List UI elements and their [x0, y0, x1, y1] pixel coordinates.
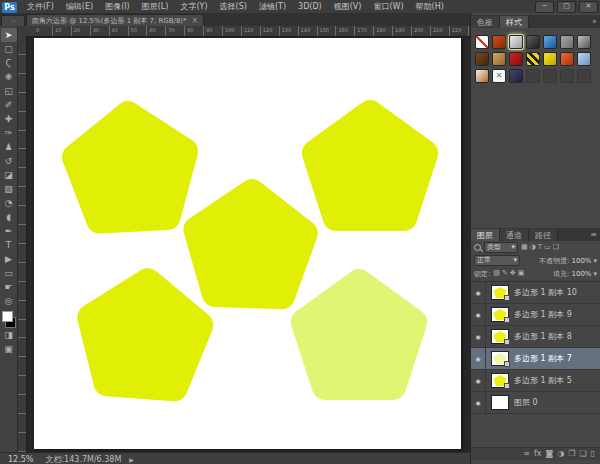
blur-tool-icon[interactable]: ◔	[1, 196, 17, 210]
layer-row-2[interactable]: ◉多边形 1 副本 9	[471, 304, 600, 326]
menu-select[interactable]: 选择(S)	[214, 0, 253, 13]
crop-tool-icon[interactable]: ◱	[1, 84, 17, 98]
lock-position-icon[interactable]: ✥	[509, 268, 517, 279]
foreground-color-swatch[interactable]	[2, 311, 13, 322]
layers-tab-channels[interactable]: 通道	[500, 229, 529, 241]
layer-filter-type-select[interactable]: 类型 ▾	[484, 242, 518, 253]
menu-view[interactable]: 视图(V)	[328, 0, 368, 13]
collapse-dock-icon[interactable]: »	[589, 16, 600, 28]
link-layers-icon[interactable]: ∞	[523, 448, 530, 460]
menu-file[interactable]: 文件(F)	[21, 0, 60, 13]
styles-tab-styles[interactable]: 样式	[500, 16, 529, 28]
style-swatch-2-3[interactable]	[509, 52, 523, 66]
layer-thumbnail[interactable]	[491, 351, 509, 366]
gradient-tool-icon[interactable]: ▧	[1, 182, 17, 196]
style-swatch-1-2[interactable]	[492, 35, 506, 49]
layer-row-3[interactable]: ◉多边形 1 副本 8	[471, 326, 600, 348]
close-document-icon[interactable]: ×	[192, 16, 199, 26]
layers-tab-layers[interactable]: 图层	[471, 229, 500, 241]
layer-row-6[interactable]: ◉图层 0	[471, 392, 600, 414]
style-swatch-3-4[interactable]	[526, 69, 540, 83]
path-selection-tool-icon[interactable]: ▶	[1, 252, 17, 266]
opacity-value[interactable]: 100%	[571, 257, 591, 265]
menu-filter[interactable]: 滤镜(T)	[253, 0, 292, 13]
new-layer-icon[interactable]: ❏	[579, 448, 586, 460]
menu-edit[interactable]: 编辑(E)	[60, 0, 99, 13]
style-swatch-3-5[interactable]	[543, 69, 557, 83]
visibility-toggle[interactable]: ◉	[471, 348, 486, 369]
eyedropper-tool-icon[interactable]: ✐	[1, 98, 17, 112]
style-swatch-2-7[interactable]	[577, 52, 591, 66]
style-swatch-1-1[interactable]	[475, 35, 489, 49]
layer-row-1[interactable]: ◉多边形 1 副本 10	[471, 282, 600, 304]
new-group-icon[interactable]: ❐	[568, 448, 575, 460]
layer-thumbnail[interactable]	[491, 285, 509, 300]
style-swatch-1-7[interactable]	[577, 35, 591, 49]
spot-healing-tool-icon[interactable]: ✚	[1, 112, 17, 126]
dodge-tool-icon[interactable]: ◖	[1, 210, 17, 224]
style-swatch-3-2[interactable]: ✕	[492, 69, 506, 83]
layer-thumbnail[interactable]	[491, 329, 509, 344]
style-swatch-1-4[interactable]	[526, 35, 540, 49]
styles-tab-swatches[interactable]: 色板	[471, 16, 500, 28]
menu-type[interactable]: 文字(Y)	[174, 0, 213, 13]
blend-mode-select[interactable]: 正常 ▾	[474, 255, 520, 266]
fill-value[interactable]: 100%	[571, 270, 591, 278]
filter-shape-layers-icon[interactable]: ▭	[543, 242, 552, 253]
menu-help[interactable]: 帮助(H)	[410, 0, 450, 13]
clone-stamp-tool-icon[interactable]: ♟	[1, 140, 17, 154]
type-tool-icon[interactable]: T	[1, 238, 17, 252]
style-swatch-1-5[interactable]	[543, 35, 557, 49]
layer-row-5[interactable]: ◉多边形 1 副本 5	[471, 370, 600, 392]
filter-smart-objects-icon[interactable]: ❏	[552, 242, 560, 253]
add-layer-mask-icon[interactable]: ◙	[546, 448, 554, 460]
style-swatch-2-6[interactable]	[560, 52, 574, 66]
style-swatch-1-6[interactable]	[560, 35, 574, 49]
layer-thumbnail[interactable]	[491, 373, 509, 388]
rectangular-marquee-tool-icon[interactable]: ▢	[1, 42, 17, 56]
style-swatch-2-5[interactable]	[543, 52, 557, 66]
lock-transparency-icon[interactable]: ▨	[492, 268, 501, 279]
zoom-tool-icon[interactable]: ◎	[1, 294, 17, 308]
hand-tool-icon[interactable]: ☛	[1, 280, 17, 294]
layer-row-4[interactable]: ◉多边形 1 副本 7	[471, 348, 600, 370]
quick-selection-tool-icon[interactable]: ❋	[1, 70, 17, 84]
style-swatch-1-3[interactable]	[509, 35, 523, 49]
style-swatch-3-3[interactable]	[509, 69, 523, 83]
filter-pixel-layers-icon[interactable]: ▦	[520, 242, 529, 253]
screen-mode-icon[interactable]: ▣	[1, 342, 17, 356]
menu-layer[interactable]: 图层(L)	[136, 0, 175, 13]
chevron-down-icon[interactable]: ▾	[593, 257, 597, 265]
horizontal-ruler[interactable]: 0102030405060708090100110120130140150160…	[34, 26, 470, 37]
style-swatch-2-2[interactable]	[492, 52, 506, 66]
new-adjustment-layer-icon[interactable]: ◑	[557, 448, 564, 460]
document-canvas[interactable]	[34, 38, 461, 449]
menu-window[interactable]: 窗口(W)	[367, 0, 409, 13]
eraser-tool-icon[interactable]: ◪	[1, 168, 17, 182]
menu-image[interactable]: 图像(I)	[99, 0, 136, 13]
menu-3d[interactable]: 3D(D)	[292, 0, 328, 13]
delete-layer-icon[interactable]: ▯	[591, 448, 595, 460]
quick-mask-icon[interactable]: ◨	[1, 328, 17, 342]
style-swatch-2-1[interactable]	[475, 52, 489, 66]
window-close-button[interactable]: ✕	[579, 1, 598, 13]
style-swatch-3-6[interactable]	[560, 69, 574, 83]
lock-all-icon[interactable]: ▣	[517, 268, 526, 279]
history-brush-tool-icon[interactable]: ↺	[1, 154, 17, 168]
filter-adjustment-layers-icon[interactable]: ◑	[529, 242, 537, 253]
vertical-ruler[interactable]	[18, 36, 27, 452]
layer-thumbnail[interactable]	[491, 395, 509, 410]
style-swatch-3-7[interactable]	[577, 69, 591, 83]
layer-thumbnail[interactable]	[491, 307, 509, 322]
visibility-toggle[interactable]: ◉	[471, 304, 486, 325]
visibility-toggle[interactable]: ◉	[471, 370, 486, 391]
chevron-down-icon[interactable]: ▾	[593, 270, 597, 278]
window-restore-button[interactable]: ▢	[557, 1, 576, 13]
pen-tool-icon[interactable]: ✒	[1, 224, 17, 238]
lasso-tool-icon[interactable]: Ϛ	[1, 56, 17, 70]
visibility-toggle[interactable]: ◉	[471, 326, 486, 347]
status-options-arrow-icon[interactable]: ▶	[129, 456, 134, 463]
layers-tab-paths[interactable]: 路径	[529, 229, 558, 241]
lock-pixels-icon[interactable]: ✎	[501, 268, 509, 279]
layer-style-fx-icon[interactable]: fx	[534, 448, 542, 460]
